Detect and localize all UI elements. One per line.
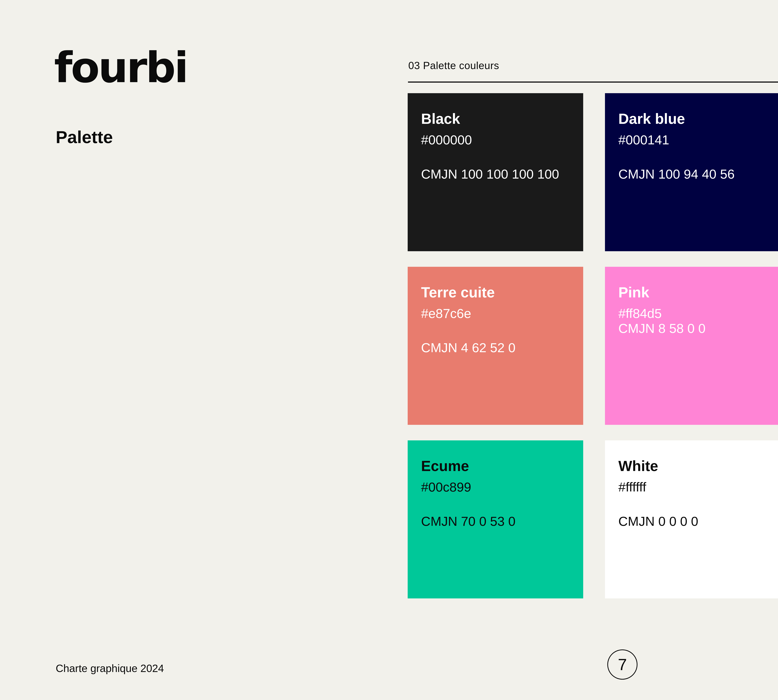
swatch-card: White#ffffffCMJN 0 0 0 0	[605, 440, 778, 598]
swatch-cmjn-value: CMJN 100 100 100 100	[421, 168, 559, 181]
swatch-cmjn-value: CMJN 8 58 0 0	[618, 322, 706, 335]
swatch-hex-value: #00c899	[421, 480, 471, 493]
swatch-name: White	[618, 459, 658, 473]
header-rule	[408, 82, 778, 83]
swatch-hex-value: #e87c6e	[421, 307, 471, 320]
swatch-cmjn-value: CMJN 4 62 52 0	[421, 341, 516, 354]
swatch-cmjn-value: CMJN 70 0 53 0	[421, 515, 516, 528]
swatch-card: Black#000000CMJN 100 100 100 100	[408, 93, 583, 251]
swatch-card: Terre cuite#e87c6eCMJN 4 62 52 0	[408, 267, 583, 425]
swatch-card: Dark blue#000141CMJN 100 94 40 56	[605, 93, 778, 251]
swatch-hex-value: #000000	[421, 133, 472, 147]
fourbi-logo: fourbi	[54, 47, 187, 89]
swatch-card: Pink#ff84d5CMJN 8 58 0 0	[605, 267, 778, 425]
section-label-palette: Palette	[56, 128, 113, 146]
swatch-card: Ecume#00c899CMJN 70 0 53 0	[408, 440, 583, 598]
swatch-name: Dark blue	[618, 112, 685, 126]
swatch-name: Pink	[618, 285, 649, 300]
charte-graphique-page: { "page": { "background": "#f2f1eb", "in…	[0, 0, 778, 700]
page-number-badge: 7	[607, 650, 638, 680]
page-title: 03 Palette couleurs	[408, 60, 499, 71]
swatch-hex-value: #ff84d5	[618, 307, 662, 320]
page-number: 7	[618, 657, 627, 673]
swatch-name: Ecume	[421, 459, 469, 473]
swatch-hex-value: #000141	[618, 133, 669, 147]
swatch-cmjn-value: CMJN 0 0 0 0	[618, 515, 698, 528]
footer-document-title: Charte graphique 2024	[56, 663, 164, 673]
color-swatch-grid: Black#000000CMJN 100 100 100 100Dark blu…	[408, 93, 778, 598]
swatch-name: Black	[421, 112, 460, 126]
swatch-hex-value: #ffffff	[618, 480, 646, 493]
swatch-cmjn-value: CMJN 100 94 40 56	[618, 168, 735, 181]
swatch-name: Terre cuite	[421, 285, 495, 300]
